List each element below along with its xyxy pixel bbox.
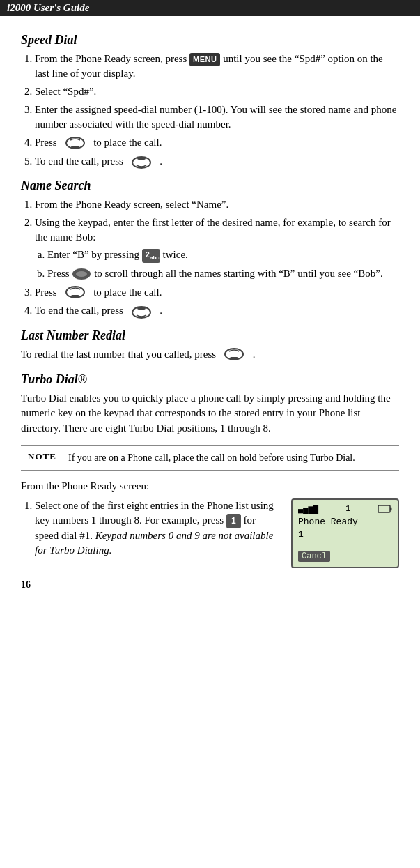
note-text: If you are on a Phone call, place the ca… xyxy=(68,451,355,465)
phone-screen: ▄▅▆▇ 1 Phone Ready 1 Cancl xyxy=(291,498,399,568)
turbo-dial-steps: Select one of the first eight entries in… xyxy=(21,498,280,562)
phone-number-line: 1 xyxy=(298,528,392,541)
key-2abc-icon: 2abc xyxy=(142,249,160,262)
list-item: Enter the assigned speed-dial number (1-… xyxy=(35,102,399,132)
phone-screen-inner: ▄▅▆▇ 1 Phone Ready 1 Cancl xyxy=(298,504,392,562)
turbo-dial-body: Turbo Dial enables you to quickly place … xyxy=(21,391,399,436)
nav-key-icon xyxy=(72,268,91,280)
phone-screen-status: ▄▅▆▇ 1 xyxy=(298,504,392,515)
content: Speed Dial From the Phone Ready screen, … xyxy=(0,16,420,597)
speed-dial-steps: From the Phone Ready screen, press MENU … xyxy=(35,52,399,169)
note-box: NOTE If you are on a Phone call, place t… xyxy=(21,445,399,471)
svg-rect-9 xyxy=(137,307,146,310)
phone-screen-softkey-row: Cancl xyxy=(298,547,392,562)
cancel-softkey: Cancl xyxy=(298,551,330,562)
list-item: Enter “B” by pressing 2abc twice. xyxy=(47,248,399,262)
list-item: To end the call, press . xyxy=(35,303,399,319)
svg-point-5 xyxy=(76,271,87,277)
phone-ready-text: Phone Ready xyxy=(298,516,392,528)
page-number: 16 xyxy=(21,579,399,591)
key-1-icon: 1 xyxy=(226,514,241,528)
note-label: NOTE xyxy=(28,451,59,462)
list-item: Press to place the call. xyxy=(35,135,399,151)
name-search-substeps: Enter “B” by pressing 2abc twice. Press … xyxy=(47,248,399,280)
svg-rect-13 xyxy=(390,507,392,510)
svg-rect-7 xyxy=(71,295,79,298)
list-item: Select “Spd#”. xyxy=(35,84,399,99)
name-search-steps: From the Phone Ready screen, select “Nam… xyxy=(35,197,399,318)
send-icon-3 xyxy=(224,348,244,362)
menu-icon: MENU xyxy=(189,53,220,66)
turbo-dial-step-list: Select one of the first eight entries in… xyxy=(35,498,280,558)
header-title: i2000 User's Guide xyxy=(7,2,89,13)
end-icon xyxy=(131,155,152,169)
bottom-row: Select one of the first eight entries in… xyxy=(21,498,399,568)
svg-rect-3 xyxy=(137,157,146,160)
svg-rect-11 xyxy=(230,357,238,360)
send-icon-2 xyxy=(65,286,86,300)
list-item: Press to place the call. xyxy=(35,285,399,300)
name-search-heading: Name Search xyxy=(21,178,399,193)
end-icon-2 xyxy=(131,305,152,319)
list-item: Select one of the first eight entries in… xyxy=(35,498,280,558)
speed-dial-heading: Speed Dial xyxy=(21,33,399,47)
battery-icon xyxy=(378,504,392,515)
last-number-redial-heading: Last Number Redial xyxy=(21,328,399,343)
svg-rect-1 xyxy=(71,146,79,149)
turbo-dial-heading: Turbo Dial® xyxy=(21,372,399,387)
list-item: To end the call, press . xyxy=(35,154,399,169)
list-item: From the Phone Ready screen, select “Nam… xyxy=(35,197,399,212)
header: i2000 User's Guide xyxy=(0,0,420,16)
screen-number: 1 xyxy=(345,504,350,515)
from-screen-label: From the Phone Ready screen: xyxy=(21,479,399,494)
list-item: Press to scroll through all the names st… xyxy=(47,266,399,281)
send-icon xyxy=(65,137,86,151)
phone-screen-main: Phone Ready 1 xyxy=(298,516,392,541)
signal-icon: ▄▅▆▇ xyxy=(298,504,318,515)
list-item: From the Phone Ready screen, press MENU … xyxy=(35,52,399,81)
last-number-redial-body: To redial the last number that you calle… xyxy=(21,347,399,363)
svg-rect-12 xyxy=(378,505,390,512)
list-item: Using the keypad, enter the first letter… xyxy=(35,215,399,280)
